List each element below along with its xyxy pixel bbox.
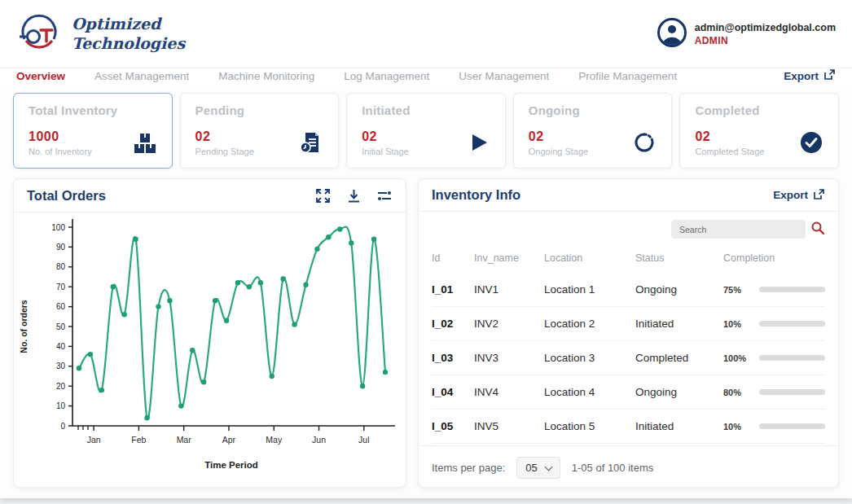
svg-text:20: 20 <box>56 382 66 391</box>
cell-location: Location 4 <box>544 386 635 398</box>
cell-status: Initiated <box>635 420 723 432</box>
cell-inv-name: INV4 <box>474 386 544 398</box>
svg-text:Apr: Apr <box>222 435 236 445</box>
cell-inv-name: INV1 <box>474 283 544 296</box>
svg-text:Jul: Jul <box>358 435 369 445</box>
cell-inv-name: INV2 <box>474 318 544 330</box>
tab-profile-management[interactable]: Profile Management <box>578 70 677 82</box>
panels-row: Total Orders <box>0 178 852 488</box>
table-row[interactable]: I_01 INV1 Location 1 Ongoing 75% <box>432 273 825 307</box>
cell-status: Ongoing <box>635 283 723 296</box>
chart-toolbar <box>314 187 393 204</box>
search-icon[interactable] <box>810 221 825 239</box>
user-menu[interactable]: admin@optimizedglobal.com ADMIN <box>657 18 836 50</box>
inventory-export-button[interactable]: Export <box>773 188 825 203</box>
items-per-page-label: Items per page: <box>432 462 505 474</box>
svg-text:30: 30 <box>56 362 66 370</box>
app-header: Optimized Technologies admin@optimizedgl… <box>0 0 852 68</box>
table-row[interactable]: I_04 INV4 Location 4 Ongoing 80% <box>432 375 825 410</box>
pagination-bar: Items per page: 05 1-05 of 100 items <box>419 445 838 488</box>
svg-text:0: 0 <box>60 422 65 431</box>
col-header-location: Location <box>544 252 635 264</box>
total-orders-panel: Total Orders <box>13 178 406 488</box>
card-subtitle: Ongoing Stage <box>529 147 588 156</box>
tab-log-management[interactable]: Log Management <box>344 70 429 82</box>
table-row[interactable]: I_05 INV5 Location 5 Initiated 10% <box>432 410 825 444</box>
svg-text:Time Period: Time Period <box>204 460 258 470</box>
search-input[interactable] <box>671 220 806 239</box>
inventory-boxes-icon <box>131 129 159 156</box>
avatar-icon[interactable] <box>657 18 687 50</box>
card-subtitle: Pending Stage <box>195 147 254 156</box>
page-range-text: 1-05 of 100 items <box>572 462 653 474</box>
inventory-info-title: Inventory Info <box>432 187 520 203</box>
progress-bar <box>759 287 825 292</box>
tab-overview[interactable]: Overview <box>16 70 65 82</box>
card-title: Completed <box>695 103 825 117</box>
check-circle-icon <box>797 129 825 156</box>
svg-text:90: 90 <box>56 243 66 252</box>
company-logo-icon <box>16 10 62 59</box>
table-row[interactable]: I_03 INV3 Location 3 Completed 100% <box>432 341 825 375</box>
cell-id: I_04 <box>432 386 474 398</box>
tab-asset-management[interactable]: Asset Management <box>94 70 189 82</box>
total-orders-title: Total Orders <box>27 188 106 204</box>
svg-text:Feb: Feb <box>131 435 146 445</box>
cell-status: Initiated <box>635 318 723 330</box>
inventory-export-label: Export <box>773 189 808 201</box>
brand-line1: Optimized <box>72 15 185 34</box>
svg-text:No. of orders: No. of orders <box>19 300 29 353</box>
svg-text:May: May <box>266 435 283 445</box>
card-value: 02 <box>195 129 254 144</box>
filter-sliders-icon[interactable] <box>376 187 393 204</box>
progress-bar <box>759 389 825 395</box>
svg-text:Mar: Mar <box>177 435 192 445</box>
main-nav: Overview Asset Management Machine Monito… <box>0 68 852 90</box>
completion-percent: 10% <box>723 422 751 432</box>
card-completed[interactable]: Completed 02 Completed Stage <box>679 93 839 169</box>
card-value: 02 <box>529 129 588 144</box>
card-title: Initiated <box>362 103 492 117</box>
orders-line-chart[interactable]: 0102030405060708090100JanFebMarAprMayJun… <box>14 213 406 488</box>
col-header-completion: Completion <box>723 252 825 264</box>
svg-text:40: 40 <box>56 342 66 351</box>
card-initiated[interactable]: Initiated 02 Initial Stage <box>346 93 506 169</box>
svg-text:Jan: Jan <box>87 435 101 445</box>
card-ongoing[interactable]: Ongoing 02 Ongoing Stage <box>513 93 673 169</box>
card-total-inventory[interactable]: Total Inventory 1000 No. of Inventory <box>13 93 173 169</box>
brand: Optimized Technologies <box>16 10 185 59</box>
user-email: admin@optimizedglobal.com <box>695 22 836 33</box>
document-clock-icon <box>297 129 325 156</box>
download-icon[interactable] <box>345 187 362 204</box>
expand-icon[interactable] <box>314 187 331 204</box>
progress-bar <box>759 423 825 429</box>
cell-id: I_01 <box>432 283 474 296</box>
cell-id: I_03 <box>432 352 474 364</box>
export-button[interactable]: Export <box>784 68 836 83</box>
svg-text:10: 10 <box>56 401 66 410</box>
tab-machine-monitoring[interactable]: Machine Monitoring <box>218 70 314 82</box>
completion-percent: 10% <box>723 319 751 329</box>
inventory-table-header: Id Inv_name Location Status Completion <box>432 243 825 273</box>
col-header-id: Id <box>432 252 474 264</box>
col-header-status: Status <box>635 252 723 264</box>
page-size-select[interactable]: 05 <box>516 457 560 479</box>
svg-text:50: 50 <box>56 322 66 331</box>
svg-text:70: 70 <box>56 283 66 291</box>
table-row[interactable]: I_02 INV2 Location 2 Initiated 10% <box>432 307 825 341</box>
cell-location: Location 1 <box>544 283 635 296</box>
cell-status: Ongoing <box>635 386 723 398</box>
svg-text:100: 100 <box>51 223 65 232</box>
card-subtitle: Initial Stage <box>362 147 408 156</box>
external-link-icon <box>823 68 836 83</box>
col-header-inv-name: Inv_name <box>474 252 544 264</box>
tab-user-management[interactable]: User Management <box>459 70 549 82</box>
external-link-icon <box>813 188 825 203</box>
cell-inv-name: INV5 <box>474 420 544 432</box>
card-title: Pending <box>195 103 326 117</box>
card-pending[interactable]: Pending 02 Pending Stage <box>180 93 340 169</box>
user-role-badge: ADMIN <box>695 35 836 46</box>
cell-location: Location 2 <box>544 318 635 330</box>
user-info: admin@optimizedglobal.com ADMIN <box>695 22 836 46</box>
card-value: 1000 <box>29 129 92 144</box>
